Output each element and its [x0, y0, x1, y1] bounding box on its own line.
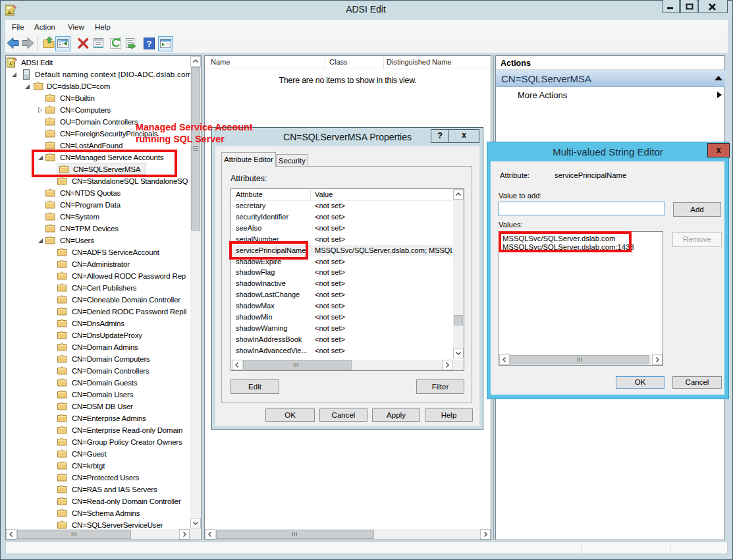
svg-text:?: ? — [147, 39, 152, 49]
